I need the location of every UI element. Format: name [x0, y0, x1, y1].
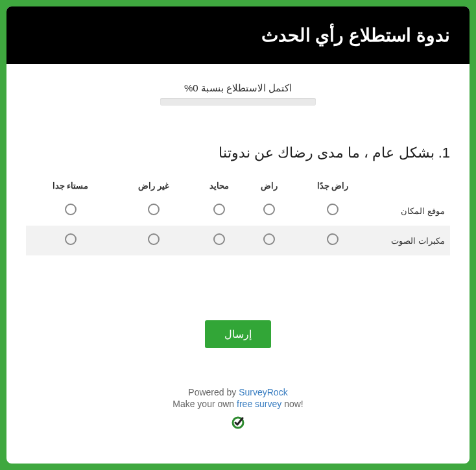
powered-prefix: Powered by	[188, 387, 239, 397]
submit-button[interactable]: إرسال	[205, 320, 271, 348]
radio-option[interactable]	[327, 233, 339, 245]
radio-option[interactable]	[213, 204, 225, 215]
radio-option[interactable]	[148, 204, 160, 215]
radio-option[interactable]	[148, 233, 160, 245]
surveyrock-logo-icon	[231, 416, 245, 432]
radio-option[interactable]	[263, 204, 275, 215]
progress-section: اكتمل الاستطلاع بنسبة 0%	[6, 82, 470, 106]
row-label-header	[372, 176, 450, 196]
table-row: مكبرات الصوت	[26, 226, 450, 255]
table-row: موقع المكان	[26, 196, 450, 226]
matrix-header-row: راض جدًا راض محايد غير راض مستاء جدا	[26, 176, 450, 196]
survey-title: ندوة استطلاع رأي الحدث	[261, 25, 450, 45]
make-own-line: Make your own free survey now!	[6, 399, 470, 409]
col-header: مستاء جدا	[26, 176, 115, 196]
submit-section: إرسال	[6, 320, 470, 348]
radio-option[interactable]	[263, 233, 275, 245]
radio-option[interactable]	[327, 204, 339, 215]
radio-option[interactable]	[213, 233, 225, 245]
progress-bar	[160, 98, 316, 106]
question-section: 1. بشكل عام ، ما مدى رضاك عن ندوتنا راض …	[6, 145, 470, 255]
row-label: مكبرات الصوت	[372, 226, 450, 255]
surveyrock-link[interactable]: SurveyRock	[239, 387, 287, 397]
col-header: محايد	[193, 176, 246, 196]
make-prefix: Make your own	[173, 399, 237, 409]
progress-label: اكتمل الاستطلاع بنسبة 0%	[6, 82, 470, 94]
col-header: راض	[246, 176, 293, 196]
row-label: موقع المكان	[372, 196, 450, 226]
col-header: راض جدًا	[293, 176, 372, 196]
question-title: 1. بشكل عام ، ما مدى رضاك عن ندوتنا	[26, 145, 450, 161]
survey-container: ندوة استطلاع رأي الحدث اكتمل الاستطلاع ب…	[6, 6, 470, 464]
survey-header: ندوة استطلاع رأي الحدث	[6, 6, 470, 64]
radio-option[interactable]	[65, 204, 77, 215]
col-header: غير راض	[115, 176, 193, 196]
free-survey-link[interactable]: free survey	[237, 399, 281, 409]
make-suffix: now!	[281, 399, 303, 409]
matrix-table: راض جدًا راض محايد غير راض مستاء جدا موق…	[26, 176, 450, 255]
footer: Powered by SurveyRock Make your own free…	[6, 387, 470, 432]
radio-option[interactable]	[65, 233, 77, 245]
powered-by-line: Powered by SurveyRock	[6, 387, 470, 397]
